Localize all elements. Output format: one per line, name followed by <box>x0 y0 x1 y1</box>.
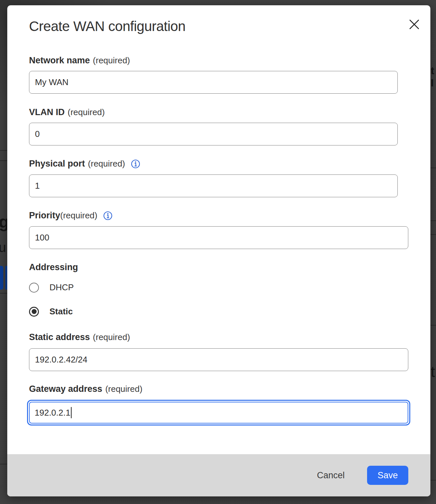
radio-option-static[interactable]: Static <box>29 306 73 317</box>
static-address-input[interactable]: 192.0.2.42/24 <box>29 348 408 371</box>
static-address-label: Static address (required) <box>29 332 130 342</box>
required-hint: (required) <box>105 384 142 394</box>
screen: g u t I t Create WAN configuration Netwo… <box>0 0 436 504</box>
bg-table-line <box>0 464 7 464</box>
bg-table-line <box>0 150 7 151</box>
bg-table-line <box>0 160 7 161</box>
field-label: Physical port <box>29 159 85 169</box>
network-name-input[interactable]: My WAN <box>29 71 398 94</box>
radio-label: Static <box>49 306 73 317</box>
gateway-address-value: 192.0.2.1 <box>35 408 70 418</box>
bg-table-line <box>430 480 436 481</box>
network-name-value: My WAN <box>35 77 69 87</box>
bg-blue-button-fragment <box>0 266 3 290</box>
close-icon <box>408 18 420 30</box>
gateway-address-input[interactable]: 192.0.2.1 <box>29 402 408 424</box>
vlan-id-value: 0 <box>35 129 40 139</box>
save-button[interactable]: Save <box>367 466 408 485</box>
physical-port-label: Physical port (required) <box>29 159 140 169</box>
field-label: Gateway address <box>29 384 102 394</box>
required-hint: (required) <box>60 210 98 221</box>
bg-table-line <box>430 325 436 326</box>
bg-text-fragment: u <box>0 240 6 255</box>
physical-port-value: 1 <box>35 181 40 191</box>
bg-table-line <box>430 234 436 235</box>
addressing-heading: Addressing <box>29 262 78 272</box>
gateway-address-label: Gateway address (required) <box>29 384 142 394</box>
network-name-label: Network name (required) <box>29 55 130 66</box>
bg-table-line <box>430 220 436 221</box>
physical-port-input[interactable]: 1 <box>29 174 398 197</box>
required-hint: (required) <box>93 332 130 342</box>
required-hint: (required) <box>93 55 130 66</box>
radio-selected-icon <box>29 307 39 317</box>
dialog-footer: Cancel Save <box>7 454 430 496</box>
bg-table-line <box>430 168 436 168</box>
vlan-id-label: VLAN ID (required) <box>29 107 105 117</box>
bg-text-fragment: t I <box>431 65 436 89</box>
priority-label: Priority (required) <box>29 210 112 221</box>
radio-label: DHCP <box>49 282 74 293</box>
field-label: Static address <box>29 332 90 342</box>
field-label: Priority <box>29 210 60 221</box>
create-wan-dialog: Create WAN configuration Network name (r… <box>7 5 430 496</box>
priority-value: 100 <box>35 233 49 243</box>
bg-text-fragment: t <box>431 363 435 381</box>
priority-input[interactable]: 100 <box>29 226 408 249</box>
dialog-title: Create WAN configuration <box>29 18 185 34</box>
bg-table-line <box>0 293 7 294</box>
gateway-address-focus-ring: 192.0.2.1 <box>27 400 410 425</box>
info-icon[interactable] <box>103 211 112 220</box>
required-hint: (required) <box>88 159 125 169</box>
field-label: VLAN ID <box>29 107 65 117</box>
static-address-value: 192.0.2.42/24 <box>35 355 87 365</box>
text-caret <box>71 407 72 418</box>
field-label: Network name <box>29 55 90 66</box>
info-icon[interactable] <box>131 159 140 169</box>
cancel-button[interactable]: Cancel <box>315 470 347 481</box>
radio-option-dhcp[interactable]: DHCP <box>29 282 74 293</box>
required-hint: (required) <box>68 107 105 117</box>
close-button[interactable] <box>405 15 423 34</box>
radio-unselected-icon <box>29 283 39 293</box>
vlan-id-input[interactable]: 0 <box>29 123 398 145</box>
